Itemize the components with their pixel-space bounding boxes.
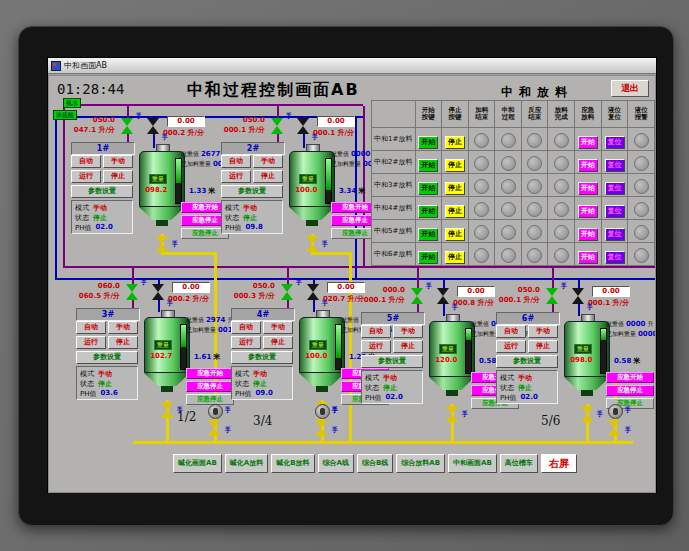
header-line2: 过程	[495, 114, 521, 121]
table-row: 中和2#放料开始停止开始复位	[372, 151, 655, 174]
level-reset-button[interactable]: 复位	[605, 228, 625, 241]
level-reset-button[interactable]: 复位	[605, 159, 625, 172]
nav-button-碱化B放料[interactable]: 碱化B放料	[271, 454, 314, 473]
nav-button-碱化画面AB[interactable]: 碱化画面AB	[173, 454, 222, 473]
emergency-discharge-button[interactable]: 开始	[578, 251, 598, 264]
table-row: 中和6#放料开始停止开始复位	[372, 243, 655, 266]
header-line2: 报警	[628, 114, 654, 121]
emergency-discharge-button[interactable]: 开始	[578, 136, 598, 149]
row-label: 中和1#放料	[372, 128, 416, 151]
level-reset-button[interactable]: 复位	[605, 205, 625, 218]
start-cell: 开始	[415, 220, 442, 243]
reset-cell: 复位	[601, 128, 628, 151]
stop-button[interactable]: 停止	[445, 205, 465, 218]
manual-indicator: 手	[625, 426, 631, 435]
neutralize-indicator	[501, 156, 516, 171]
start-cell: 开始	[415, 128, 442, 151]
level-reset-button[interactable]: 复位	[605, 136, 625, 149]
pipe-label-ammonia: 氨水	[63, 98, 81, 108]
row-label: 中和4#放料	[372, 197, 416, 220]
indicator-cell	[468, 197, 495, 220]
discharge-table: 开始按键停止按键加料结束中和过程反应结束放料完成应急放料液位复位液位报警中和1#…	[371, 100, 655, 266]
emergency-discharge-button[interactable]: 开始	[578, 182, 598, 195]
manual-indicator: 手	[225, 426, 231, 435]
start-button[interactable]: 开始	[418, 159, 438, 172]
discharge-panel-title: 中和放料	[457, 84, 617, 101]
emergency-discharge-button[interactable]: 开始	[578, 205, 598, 218]
header-line2: 完成	[548, 114, 574, 121]
discharge-done-indicator	[554, 225, 569, 240]
table-row: 中和4#放料开始停止开始复位	[372, 197, 655, 220]
pump-group-label: 3/4	[253, 414, 272, 428]
stop-cell: 停止	[442, 243, 469, 266]
emergency-discharge-button[interactable]: 开始	[578, 159, 598, 172]
nav-button-碱化A放料[interactable]: 碱化A放料	[225, 454, 268, 473]
start-button[interactable]: 开始	[418, 182, 438, 195]
pump-valve-icon	[208, 420, 220, 436]
exit-button[interactable]: 退出	[611, 80, 649, 97]
indicator-cell	[468, 243, 495, 266]
start-button[interactable]: 开始	[418, 136, 438, 149]
column-header: 液位复位	[601, 101, 628, 128]
emergency-cell: 开始	[574, 128, 601, 151]
nav-button-中和画面AB[interactable]: 中和画面AB	[448, 454, 497, 473]
nav-button-综合放料AB[interactable]: 综合放料AB	[396, 454, 445, 473]
discharge-done-indicator	[554, 156, 569, 171]
feed-done-indicator	[474, 248, 489, 263]
indicator-cell	[468, 128, 495, 151]
stop-button[interactable]: 停止	[445, 182, 465, 195]
stop-cell: 停止	[442, 220, 469, 243]
reaction-done-indicator	[527, 179, 542, 194]
nav-button-高位槽车[interactable]: 高位槽车	[500, 454, 538, 473]
header-line2: 按键	[442, 114, 468, 121]
column-header: 放料完成	[548, 101, 575, 128]
header-line2: 结束	[522, 114, 548, 121]
start-cell: 开始	[415, 151, 442, 174]
neutralize-indicator	[501, 133, 516, 148]
alarm-cell	[628, 151, 655, 174]
manual-indicator: 手	[625, 406, 631, 415]
table-row: 中和3#放料开始停止开始复位	[372, 174, 655, 197]
reaction-done-indicator	[527, 225, 542, 240]
manual-indicator: 手	[332, 426, 338, 435]
nav-button-综合B线[interactable]: 综合B线	[357, 454, 393, 473]
indicator-cell	[521, 243, 548, 266]
level-alarm-indicator	[634, 156, 649, 171]
manual-indicator: 手	[225, 406, 231, 415]
window-titlebar: 中和画面AB	[48, 58, 656, 74]
level-reset-button[interactable]: 复位	[605, 182, 625, 195]
level-alarm-indicator	[634, 202, 649, 217]
reset-cell: 复位	[601, 174, 628, 197]
indicator-cell	[495, 220, 522, 243]
nav-button-综合A线[interactable]: 综合A线	[318, 454, 354, 473]
column-header: 开始按键	[415, 101, 442, 128]
nav-button-右屏[interactable]: 右屏	[541, 454, 577, 473]
level-alarm-indicator	[634, 133, 649, 148]
indicator-cell	[495, 151, 522, 174]
stop-button[interactable]: 停止	[445, 159, 465, 172]
neutralize-indicator	[501, 202, 516, 217]
window-title: 中和画面AB	[64, 60, 107, 71]
neutralize-indicator	[501, 179, 516, 194]
alarm-cell	[628, 197, 655, 220]
indicator-cell	[548, 220, 575, 243]
start-button[interactable]: 开始	[418, 205, 438, 218]
start-button[interactable]: 开始	[418, 251, 438, 264]
table-header-row: 开始按键停止按键加料结束中和过程反应结束放料完成应急放料液位复位液位报警	[372, 101, 655, 128]
indicator-cell	[548, 243, 575, 266]
level-reset-button[interactable]: 复位	[605, 251, 625, 264]
clock: 01:28:44	[57, 81, 124, 97]
stop-button[interactable]: 停止	[445, 136, 465, 149]
header-line2: 结束	[469, 114, 495, 121]
emergency-discharge-button[interactable]: 开始	[578, 228, 598, 241]
discharge-done-indicator	[554, 248, 569, 263]
column-header: 停止按键	[442, 101, 469, 128]
header-line2: 复位	[602, 114, 628, 121]
stop-button[interactable]: 停止	[445, 251, 465, 264]
indicator-cell	[495, 197, 522, 220]
table-row: 中和1#放料开始停止开始复位	[372, 128, 655, 151]
stop-button[interactable]: 停止	[445, 228, 465, 241]
discharge-done-indicator	[554, 202, 569, 217]
row-label: 中和6#放料	[372, 243, 416, 266]
start-button[interactable]: 开始	[418, 228, 438, 241]
